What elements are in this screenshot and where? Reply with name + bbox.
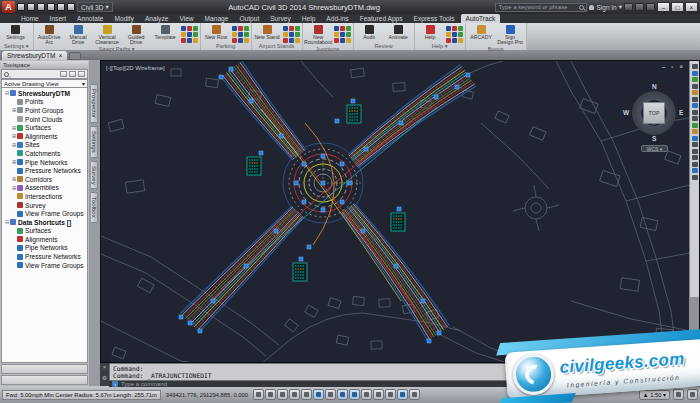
- zoom-object-icon[interactable]: [692, 155, 698, 160]
- active-drawing-view-dropdown[interactable]: Active Drawing View ▾: [1, 79, 88, 88]
- grip-point[interactable]: [279, 134, 283, 138]
- toggle-dynamic-input[interactable]: [349, 389, 360, 400]
- grip-point[interactable]: [340, 162, 344, 166]
- tree-item-point-clouds[interactable]: Point Clouds: [2, 115, 87, 124]
- app-menu-button[interactable]: A: [2, 1, 15, 13]
- ribbon-button-settings[interactable]: Settings: [2, 24, 29, 40]
- pan-icon[interactable]: [692, 71, 698, 76]
- ribbon-button-autodrive-arc[interactable]: AutoDrive Arc: [36, 24, 63, 46]
- toolspace-tab-toolbox[interactable]: Toolbox: [91, 192, 98, 223]
- coordinate-readout[interactable]: 349421.776, 291294.885, 0.000: [164, 391, 250, 399]
- open-icon[interactable]: [27, 3, 35, 11]
- drawing-tab-shrewsburydtm[interactable]: ShrewsburyDTM ×: [2, 51, 67, 60]
- tree-item-surfaces[interactable]: ⊞Surfaces: [2, 123, 87, 132]
- grip-point[interactable]: [188, 321, 192, 325]
- tree-item-view-frame-groups[interactable]: View Frame Groups: [2, 261, 87, 270]
- ribbon-button-sign-design-pro[interactable]: Sign Design Pro: [497, 24, 524, 46]
- new-drawing-tab-button[interactable]: [69, 52, 81, 60]
- steering-icon[interactable]: [692, 97, 698, 102]
- ribbon-button-animate[interactable]: Animate: [385, 24, 412, 40]
- ribbon-tab-help[interactable]: Help: [297, 14, 321, 23]
- tree-item-data-shortcuts[interactable]: ⊟Data Shortcuts []: [2, 218, 87, 227]
- undo-icon[interactable]: [57, 3, 65, 11]
- zoom-realtime-icon[interactable]: [692, 123, 698, 128]
- grip-point[interactable]: [364, 147, 368, 151]
- ribbon-tab-express-tools[interactable]: Express Tools: [409, 14, 460, 23]
- ribbon-button-audit[interactable]: Audit: [356, 24, 383, 40]
- grip-point[interactable]: [302, 200, 306, 204]
- ribbon-tab-home[interactable]: Home: [16, 14, 44, 23]
- tree-item-pipe-networks[interactable]: ⊞Pipe Networks: [2, 158, 87, 167]
- grip-point[interactable]: [434, 95, 438, 99]
- zoom-window-icon[interactable]: [692, 110, 698, 115]
- viewcube-south[interactable]: S: [652, 135, 656, 142]
- ribbon-icon-grid[interactable]: [446, 26, 463, 43]
- exchange-apps-icon[interactable]: [624, 3, 633, 11]
- zoom-in-icon[interactable]: [692, 162, 698, 167]
- restore-button[interactable]: □: [671, 2, 684, 12]
- tree-item-alignments[interactable]: ⊞Alignments: [2, 132, 87, 141]
- grip-point[interactable]: [335, 119, 339, 123]
- orbit-icon[interactable]: [692, 84, 698, 89]
- ribbon-button-arcady[interactable]: ARCADY: [468, 24, 495, 40]
- zoom-previous-icon[interactable]: [692, 116, 698, 121]
- fullnav-wheel-icon[interactable]: [692, 64, 698, 69]
- zoom-dynamic-icon[interactable]: [692, 136, 698, 141]
- zoom-out-icon[interactable]: [692, 168, 698, 173]
- grip-point[interactable]: [219, 75, 223, 79]
- grip-point[interactable]: [399, 121, 403, 125]
- grip-point[interactable]: [466, 73, 470, 77]
- viewcube-east[interactable]: E: [679, 109, 683, 116]
- tree-item-point-groups[interactable]: ⊞Point Groups: [2, 106, 87, 115]
- zoom-all-icon[interactable]: [692, 129, 698, 134]
- toggle-snap-mode[interactable]: [265, 389, 276, 400]
- ribbon-tab-modify[interactable]: Modify: [110, 14, 139, 23]
- grip-point[interactable]: [351, 99, 355, 103]
- help-menu-icon[interactable]: [646, 3, 655, 11]
- zoom-scale-icon[interactable]: [692, 142, 698, 147]
- ribbon-button-vertical-clearance[interactable]: Vertical Clearance: [94, 24, 121, 46]
- redo-icon[interactable]: [67, 3, 75, 11]
- tree-item-view-frame-groups[interactable]: View Frame Groups: [2, 209, 87, 218]
- save-icon[interactable]: [37, 3, 45, 11]
- panel-label-settings[interactable]: Settings ▾: [2, 43, 31, 50]
- tree-item-corridors[interactable]: ⊞Corridors: [2, 175, 87, 184]
- toggle-polar-tracking[interactable]: [301, 389, 312, 400]
- ribbon-button-manual-drive[interactable]: Manual Drive: [65, 24, 92, 46]
- ribbon-icon-grid[interactable]: [334, 26, 351, 43]
- grip-point[interactable]: [249, 99, 253, 103]
- tree-item-pressure-networks[interactable]: Pressure Networks: [2, 252, 87, 261]
- tree-item-sites[interactable]: ⊞Sites: [2, 141, 87, 150]
- viewcube-west[interactable]: W: [623, 109, 629, 116]
- showmotion-icon[interactable]: [692, 90, 698, 95]
- grip-point[interactable]: [179, 315, 183, 319]
- viewcube[interactable]: N S E W TOP WCS ▾: [629, 83, 681, 149]
- grip-point[interactable]: [361, 229, 365, 233]
- grip-point[interactable]: [259, 151, 263, 155]
- ribbon-tab-annotate[interactable]: Annotate: [72, 14, 108, 23]
- tree-item-pressure-networks[interactable]: Pressure Networks: [2, 166, 87, 175]
- zoom-extents-icon[interactable]: [692, 103, 698, 108]
- toolspace-panorama-icon[interactable]: [60, 71, 67, 77]
- toggle-lineweight[interactable]: [361, 389, 372, 400]
- autodesk360-icon[interactable]: [635, 3, 644, 11]
- tree-item-catchments[interactable]: Catchments: [2, 149, 87, 158]
- toggle-transparency[interactable]: [373, 389, 384, 400]
- grip-point[interactable]: [307, 245, 311, 249]
- grip-point[interactable]: [421, 299, 425, 303]
- grip-point[interactable]: [437, 331, 441, 335]
- ribbon-tab-insert[interactable]: Insert: [45, 14, 72, 23]
- minimize-button[interactable]: –: [657, 2, 670, 12]
- tree-item-survey[interactable]: Survey: [2, 201, 87, 210]
- toggle-quick-properties[interactable]: [385, 389, 396, 400]
- toggle-annotation-monitor[interactable]: [409, 389, 420, 400]
- toggle-infer-constraints[interactable]: [253, 389, 264, 400]
- ribbon-tab-autotrack[interactable]: AutoTrack: [461, 14, 501, 23]
- grip-point[interactable]: [294, 181, 298, 185]
- wrench-icon[interactable]: ⚙: [102, 374, 107, 381]
- toolspace-help-icon[interactable]: [78, 71, 85, 77]
- ribbon-tab-add-ins[interactable]: Add-ins: [321, 14, 353, 23]
- toolspace-search-icon[interactable]: [4, 72, 9, 77]
- grip-point[interactable]: [397, 207, 401, 211]
- nav-settings-icon[interactable]: [692, 175, 698, 180]
